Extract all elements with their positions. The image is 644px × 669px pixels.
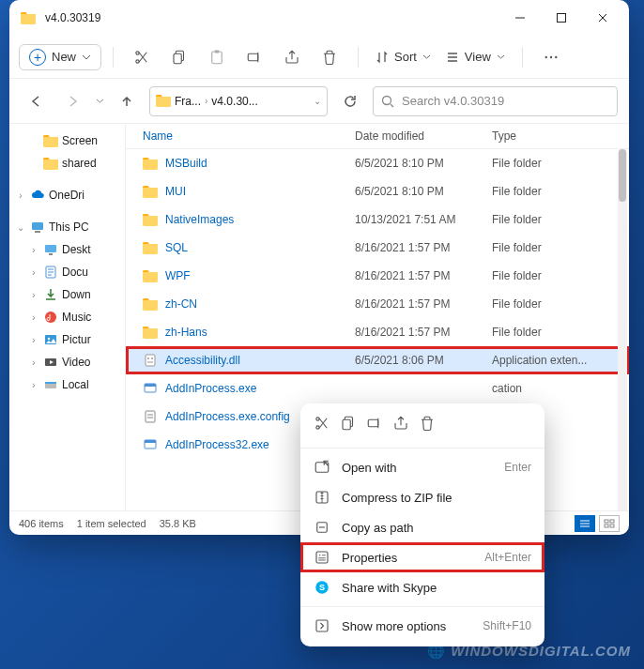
nav-item[interactable]: ›Down [9, 283, 125, 306]
nav-item[interactable]: ›OneDri [9, 184, 125, 206]
file-name: AddInProcess32.exe [165, 438, 269, 451]
svg-point-1 [136, 51, 139, 53]
nav-item[interactable]: ›Video [9, 351, 125, 373]
ctx-open-with[interactable]: Open with Enter [300, 452, 544, 482]
breadcrumb-seg[interactable]: v4.0.30... [211, 95, 257, 108]
ctx-copy-path[interactable]: Copy as path [300, 512, 544, 542]
exe-icon [143, 437, 158, 452]
twisty-icon[interactable]: › [28, 290, 39, 300]
file-type: File folder [492, 241, 629, 254]
icons-view-toggle[interactable] [599, 515, 620, 532]
share-button[interactable] [275, 42, 309, 72]
twisty-icon[interactable]: › [28, 380, 39, 390]
nav-item-label: Music [62, 311, 91, 324]
twisty-icon[interactable]: › [15, 190, 26, 201]
paste-button[interactable] [200, 42, 234, 72]
ctx-compress[interactable]: Compress to ZIP file [300, 482, 544, 512]
nav-item-label: OneDri [49, 189, 84, 202]
file-row[interactable]: MSBuild6/5/2021 8:10 PMFile folder [126, 149, 629, 177]
nav-item[interactable]: ⌄This PC [9, 216, 125, 238]
folder-icon [43, 156, 58, 171]
address-bar[interactable]: Fra... › v4.0.30... ⌄ [149, 86, 328, 116]
file-name: SQL [165, 241, 188, 254]
file-row[interactable]: zh-Hans8/16/2021 1:57 PMFile folder [126, 318, 629, 346]
file-name: Accessibility.dll [165, 354, 240, 367]
maximize-button[interactable] [541, 3, 582, 33]
details-view-toggle[interactable] [575, 515, 595, 532]
file-date: 8/16/2021 1:57 PM [355, 269, 492, 282]
ctx-open-with-label: Open with [342, 461, 397, 475]
nav-item[interactable]: ›Music [9, 306, 125, 328]
file-type: File folder [492, 213, 629, 226]
view-button[interactable]: View [440, 46, 511, 68]
ctx-skype-label: Share with Skype [342, 581, 437, 595]
ctx-delete-icon[interactable] [419, 415, 436, 434]
rename-button[interactable] [238, 42, 271, 72]
sort-button[interactable]: Sort [370, 46, 437, 68]
chevron-down-icon[interactable] [96, 97, 104, 105]
forward-button[interactable] [58, 86, 88, 116]
cut-button[interactable] [125, 42, 159, 72]
twisty-icon[interactable]: › [28, 312, 39, 323]
ctx-share-icon[interactable] [392, 415, 409, 434]
nav-item[interactable]: Screen [9, 129, 125, 152]
file-type: File folder [492, 185, 629, 198]
twisty-icon[interactable]: › [28, 245, 39, 255]
column-header-type[interactable]: Type [492, 129, 629, 143]
more-button[interactable] [534, 42, 568, 72]
titlebar[interactable]: v4.0.30319 [9, 0, 629, 36]
back-button[interactable] [21, 86, 51, 116]
ctx-more-options[interactable]: Show more options Shift+F10 [300, 611, 544, 641]
more-options-icon [314, 617, 330, 634]
video-icon [43, 355, 58, 370]
nav-item-label: Screen [62, 134, 98, 147]
picture-icon [43, 332, 58, 347]
ctx-properties[interactable]: Properties Alt+Enter [300, 542, 544, 572]
nav-item[interactable]: shared [9, 152, 125, 175]
twisty-icon[interactable]: › [28, 335, 39, 345]
file-row[interactable]: AddInProcess.execation [126, 374, 629, 403]
ctx-rename-icon[interactable] [366, 415, 383, 434]
twisty-icon[interactable]: › [28, 357, 39, 368]
skype-icon: S [314, 579, 330, 596]
column-header-name[interactable]: Name [126, 129, 355, 143]
file-row[interactable]: SQL8/16/2021 1:57 PMFile folder [126, 234, 629, 262]
nav-item[interactable]: ›Docu [9, 261, 125, 283]
column-header-date[interactable]: Date modified [355, 129, 492, 143]
file-type: File folder [492, 297, 629, 311]
file-row[interactable]: zh-CN8/16/2021 1:57 PMFile folder [126, 290, 629, 318]
nav-item[interactable]: ›Local [9, 373, 125, 396]
dll-icon [143, 353, 158, 368]
file-type: Application exten... [492, 354, 629, 367]
ctx-cut-icon[interactable] [314, 415, 330, 434]
refresh-button[interactable] [335, 86, 365, 116]
twisty-icon[interactable]: ⌄ [15, 222, 26, 233]
chevron-right-icon[interactable]: › [205, 96, 207, 106]
scroll-thumb[interactable] [619, 149, 626, 202]
ctx-skype[interactable]: S Share with Skype [300, 572, 544, 602]
file-row[interactable]: NativeImages10/13/2021 7:51 AMFile folde… [126, 205, 629, 234]
scrollbar[interactable] [618, 148, 627, 510]
minimize-button[interactable] [499, 3, 541, 33]
file-row[interactable]: WPF8/16/2021 1:57 PMFile folder [126, 262, 629, 290]
nav-item-label: Down [62, 288, 91, 301]
nav-item[interactable]: ›Pictur [9, 328, 125, 351]
chevron-down-icon[interactable]: ⌄ [314, 96, 321, 106]
breadcrumb-seg[interactable]: Fra... [175, 95, 201, 108]
nav-pane[interactable]: Screenshared›OneDri⌄This PC›Deskt›Docu›D… [9, 124, 126, 510]
file-date: 8/16/2021 1:57 PM [355, 241, 492, 254]
up-button[interactable] [112, 86, 142, 116]
nav-item[interactable]: ›Deskt [9, 238, 125, 261]
file-row[interactable]: Accessibility.dll6/5/2021 8:06 PMApplica… [126, 346, 629, 374]
search-input[interactable]: Search v4.0.30319 [373, 86, 618, 116]
ctx-copy-icon[interactable] [340, 415, 357, 434]
copy-button[interactable] [162, 42, 196, 72]
delete-button[interactable] [313, 42, 346, 72]
chevron-down-icon [422, 53, 431, 61]
new-button[interactable]: + New [19, 44, 101, 70]
close-button[interactable] [582, 3, 623, 33]
file-row[interactable]: MUI6/5/2021 8:10 PMFile folder [126, 177, 629, 205]
sort-icon [376, 51, 389, 64]
file-type: File folder [492, 326, 629, 339]
twisty-icon[interactable]: › [28, 267, 39, 278]
